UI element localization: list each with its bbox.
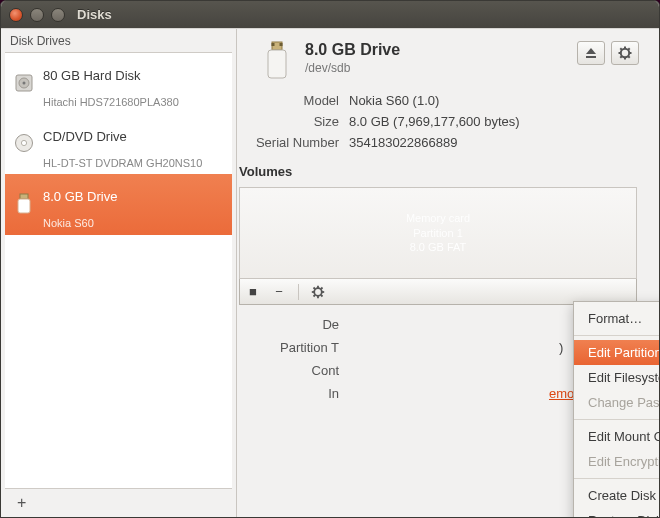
optical-drive-icon (13, 132, 35, 154)
menu-restore-disk-image[interactable]: Restore Disk Image… (574, 508, 659, 517)
svg-line-18 (628, 56, 630, 58)
drive-item-name: 80 GB Hard Disk (43, 57, 179, 96)
hdd-icon (13, 72, 35, 94)
drive-item-hdd[interactable]: 80 GB Hard Disk Hitachi HDS721680PLA380 (5, 53, 232, 114)
device-label: De (237, 317, 349, 332)
drive-device-path: /dev/sdb (305, 61, 563, 75)
volume-options-button[interactable] (311, 285, 325, 299)
volumes-title: Volumes (239, 164, 639, 179)
drive-header: 8.0 GB Drive /dev/sdb (237, 41, 639, 81)
volume-line1: Memory card (406, 211, 470, 226)
svg-line-29 (314, 295, 316, 297)
close-window-button[interactable] (9, 8, 23, 22)
add-drive-button[interactable]: + (11, 492, 32, 514)
svg-rect-5 (20, 194, 28, 199)
mount-toggle-button[interactable]: ■ (246, 284, 260, 299)
sidebar-header: Disk Drives (1, 29, 236, 52)
drive-item-text: 80 GB Hard Disk Hitachi HDS721680PLA380 (43, 57, 179, 109)
window-body: Disk Drives 80 GB Hard Disk Hitachi HDS7… (1, 28, 659, 517)
menu-edit-partition-type[interactable]: Edit Partition Type… (574, 340, 659, 365)
model-label: Model (237, 93, 349, 108)
disks-window: Disks Disk Drives 80 GB Hard Disk Hitach… (0, 0, 660, 518)
drive-item-text: 8.0 GB Drive Nokia S60 (43, 178, 137, 230)
svg-rect-11 (586, 56, 596, 58)
sidebar: Disk Drives 80 GB Hard Disk Hitachi HDS7… (1, 29, 237, 517)
menu-edit-mount-options[interactable]: Edit Mount Options… (574, 424, 659, 449)
drive-header-text: 8.0 GB Drive /dev/sdb (305, 41, 563, 75)
usb-drive-icon (13, 193, 35, 215)
svg-line-17 (620, 48, 622, 50)
svg-rect-6 (18, 199, 30, 213)
sidebar-footer: + (1, 489, 236, 517)
drive-item-sub: Nokia S60 (43, 217, 137, 230)
drive-item-sub: HL-DT-ST DVDRAM GH20NS10 (43, 157, 202, 170)
size-value: 8.0 GB (7,969,177,600 bytes) (349, 114, 639, 129)
svg-line-28 (321, 287, 323, 289)
window-title: Disks (77, 7, 112, 22)
serial-value: 354183022866889 (349, 135, 639, 150)
volumes-diagram[interactable]: Memory card Partition 1 8.0 GB FAT (239, 187, 637, 279)
contents-label: Cont (237, 363, 349, 378)
volume-label: Memory card Partition 1 8.0 GB FAT (406, 211, 470, 256)
drive-actions (577, 41, 639, 65)
drive-item-text: CD/DVD Drive HL-DT-ST DVDRAM GH20NS10 (43, 118, 202, 170)
drive-title: 8.0 GB Drive (305, 41, 563, 59)
maximize-window-button[interactable] (51, 8, 65, 22)
svg-rect-10 (268, 50, 286, 78)
window-controls (9, 8, 65, 22)
menu-format[interactable]: Format… (574, 306, 659, 331)
eject-button[interactable] (577, 41, 605, 65)
svg-rect-8 (272, 43, 275, 46)
menu-edit-fs-label[interactable]: Edit Filesystem Label… (574, 365, 659, 390)
menu-separator (574, 478, 659, 479)
volume-context-menu: Format… Edit Partition Type… Edit Filesy… (573, 301, 659, 517)
menu-change-passphrase: Change Passphrase… (574, 390, 659, 415)
volume-line2: Partition 1 (406, 226, 470, 241)
mounted-label: In (237, 386, 349, 401)
drive-item-name: 8.0 GB Drive (43, 178, 137, 217)
menu-separator (574, 419, 659, 420)
drive-item-usb[interactable]: 8.0 GB Drive Nokia S60 (5, 174, 232, 235)
drive-item-sub: Hitachi HDS721680PLA380 (43, 96, 179, 109)
ptype-label: Partition T (237, 340, 349, 355)
menu-edit-encryption-options: Edit Encryption Options… (574, 449, 659, 474)
titlebar: Disks (1, 1, 659, 28)
usb-drive-large-icon (263, 41, 291, 81)
main-pane: 8.0 GB Drive /dev/sdb Model Nokia S60 (1… (237, 29, 659, 517)
delete-partition-button[interactable]: − (272, 284, 286, 299)
svg-point-2 (23, 81, 26, 84)
volume-line3: 8.0 GB FAT (406, 240, 470, 255)
svg-point-4 (21, 141, 26, 146)
menu-create-disk-image[interactable]: Create Disk Image… (574, 483, 659, 508)
svg-line-20 (620, 56, 622, 58)
svg-line-27 (321, 295, 323, 297)
drive-properties: Model Nokia S60 (1.0) Size 8.0 GB (7,969… (237, 93, 639, 150)
size-label: Size (237, 114, 349, 129)
drive-item-optical[interactable]: CD/DVD Drive HL-DT-ST DVDRAM GH20NS10 (5, 114, 232, 175)
toolbar-separator (298, 284, 299, 300)
drive-item-name: CD/DVD Drive (43, 118, 202, 157)
svg-point-21 (314, 288, 322, 296)
drive-list: 80 GB Hard Disk Hitachi HDS721680PLA380 … (5, 52, 232, 489)
minimize-window-button[interactable] (30, 8, 44, 22)
drive-options-button[interactable] (611, 41, 639, 65)
model-value: Nokia S60 (1.0) (349, 93, 639, 108)
svg-line-26 (314, 287, 316, 289)
menu-separator (574, 335, 659, 336)
svg-line-19 (628, 48, 630, 50)
serial-label: Serial Number (237, 135, 349, 150)
svg-rect-9 (280, 43, 283, 46)
